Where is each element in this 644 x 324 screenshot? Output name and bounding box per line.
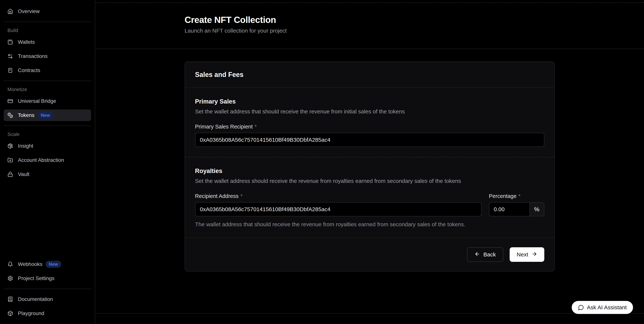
coins-icon [8,112,13,118]
sidebar-divider [4,81,91,81]
cube-icon [8,311,13,316]
sidebar-item-label: Overview [18,8,40,14]
package-search-icon [8,143,13,149]
percentage-label: Percentage * [489,193,544,199]
main-content: Create NFT Collection Launch an NFT coll… [95,0,644,324]
sidebar-item-universal-bridge[interactable]: Universal Bridge [4,95,91,107]
sidebar-item-contracts[interactable]: Contracts [4,65,91,76]
page-subtitle: Launch an NFT collection for your projec… [185,27,555,34]
chat-bubble-icon [578,305,584,311]
card-title: Sales and Fees [195,71,544,79]
back-button[interactable]: Back [467,247,503,262]
page-header: Create NFT Collection Launch an NFT coll… [95,0,644,49]
royalties-description: Set the wallet address should receive th… [195,178,544,184]
sidebar-divider [4,125,91,126]
page-title: Create NFT Collection [185,15,555,25]
required-asterisk: * [240,193,242,199]
arrow-right-icon [532,251,537,258]
primary-sales-description: Set the wallet address that should recei… [195,108,544,115]
sidebar-item-wallets[interactable]: Wallets [4,36,91,48]
sidebar-item-webhooks[interactable]: Webhooks New [4,259,91,270]
next-button-label: Next [517,251,528,258]
sidebar-item-transactions[interactable]: Transactions [4,50,91,62]
sidebar-item-project-settings[interactable]: Project Settings [4,273,91,284]
sidebar-item-label: Tokens [18,112,34,118]
sidebar-item-label: Insight [18,143,33,149]
wallet-icon [8,39,13,45]
bottom-divider [95,313,644,314]
next-button[interactable]: Next [510,247,544,262]
home-icon [8,8,13,14]
sidebar-item-insight[interactable]: Insight [4,140,91,152]
sidebar-item-tokens[interactable]: Tokens New [4,109,91,121]
sidebar-item-vault[interactable]: Vault [4,169,91,180]
primary-sales-recipient-label: Primary Sales Recipient * [195,124,544,130]
sidebar-item-label: Vault [18,171,30,177]
card-header: Sales and Fees [185,62,554,88]
sidebar-item-label: Account Abstraction [18,157,64,163]
ask-ai-assistant-label: Ask AI Assistant [587,304,627,311]
royalties-helper-text: The wallet address that should receive t… [195,221,544,228]
sidebar-divider [4,21,91,22]
recipient-address-input[interactable] [195,202,482,216]
primary-sales-heading: Primary Sales [195,98,544,105]
sidebar-item-label: Transactions [18,53,48,59]
sidebar-item-overview[interactable]: Overview [4,5,91,17]
percentage-input[interactable] [489,203,530,216]
bell-icon [8,262,13,267]
primary-sales-recipient-input[interactable] [195,133,544,147]
sidebar-item-playground[interactable]: Playground [4,308,91,319]
sales-and-fees-card: Sales and Fees Primary Sales Set the wal… [185,61,555,272]
sidebar-item-label: Playground [18,311,44,316]
arrow-left-icon [474,251,480,258]
document-icon [8,68,13,73]
sidebar-section-monetize: Monetize [4,85,91,95]
royalties-heading: Royalties [195,167,544,174]
lock-icon [8,172,13,177]
sidebar: Overview Build Wallets Transactions Cont… [0,0,95,324]
field-label-text: Primary Sales Recipient [195,124,253,130]
new-badge: New [46,261,61,268]
credit-card-icon [8,98,13,104]
app-window: Overview Build Wallets Transactions Cont… [0,0,644,324]
required-asterisk: * [518,193,520,199]
sidebar-spacer [4,180,91,259]
sidebar-item-documentation[interactable]: Documentation [4,294,91,305]
gear-icon [8,276,13,281]
back-button-label: Back [483,251,496,258]
sidebar-item-label: Contracts [18,67,40,73]
ask-ai-assistant-button[interactable]: Ask AI Assistant [572,301,633,314]
field-label-text: Recipient Address [195,193,239,199]
percent-suffix: % [530,203,544,216]
page-body: Sales and Fees Primary Sales Set the wal… [95,49,644,272]
field-label-text: Percentage [489,193,516,199]
sidebar-item-label: Documentation [18,296,53,302]
sidebar-section-scale: Scale [4,130,91,140]
sidebar-item-label: Wallets [18,39,35,45]
sidebar-section-build: Build [4,26,91,36]
arrows-left-right-icon [8,53,13,59]
sidebar-item-label: Universal Bridge [18,98,56,104]
top-dashed-divider [95,2,644,3]
primary-sales-section: Primary Sales Set the wallet address tha… [185,88,554,157]
book-icon [8,297,13,302]
percentage-field-group: % [489,202,544,216]
sidebar-divider [4,289,91,289]
sidebar-item-label: Project Settings [18,275,54,281]
card-footer: Back Next [185,238,554,271]
sidebar-item-account-abstraction[interactable]: Account Abstraction [4,154,91,166]
recipient-address-label: Recipient Address * [195,193,482,199]
sidebar-item-label: Webhooks [18,261,42,267]
new-badge: New [38,112,53,119]
royalties-section: Royalties Set the wallet address should … [185,157,554,238]
required-asterisk: * [254,124,256,130]
folder-dot-icon [8,157,13,163]
